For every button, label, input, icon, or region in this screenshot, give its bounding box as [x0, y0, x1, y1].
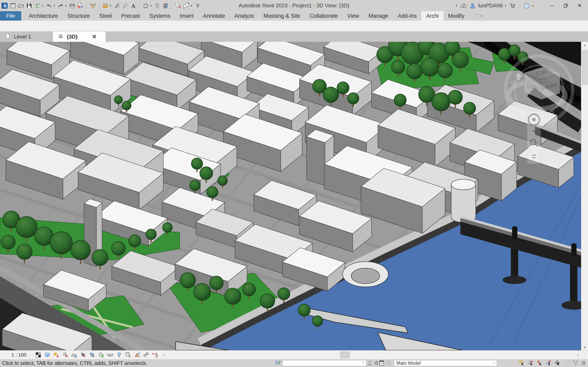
ribbon-tab-view[interactable]: View	[343, 11, 364, 21]
temporary-hide-isolate-icon[interactable]	[106, 351, 114, 359]
active-design-option-dropdown[interactable]: Main Model ˅	[394, 360, 497, 366]
scroll-left-arrow-icon[interactable]: ‹	[160, 350, 167, 359]
horizontal-scrollbar[interactable]: ‹ › ⁚⁚	[160, 350, 588, 359]
drag-elements-on-selection-icon[interactable]	[554, 360, 561, 367]
ribbon-tab-collaborate[interactable]: Collaborate	[305, 11, 343, 21]
ribbon-tab-modify[interactable]: Modify	[443, 11, 469, 21]
export-pdf-icon[interactable]: PDF	[77, 1, 84, 10]
default-3d-view-caret-icon[interactable]: ▾	[150, 4, 153, 7]
undo-caret-icon[interactable]: ▾	[53, 4, 56, 7]
redo-icon[interactable]	[57, 1, 65, 10]
shadows-icon[interactable]	[61, 351, 69, 359]
section-icon[interactable]	[154, 1, 161, 10]
editing-requests-icon[interactable]	[366, 360, 374, 367]
select-elements-by-face-icon[interactable]	[545, 360, 552, 367]
vertical-scroll-thumb[interactable]	[582, 50, 588, 85]
navigation-bar[interactable]	[527, 111, 541, 164]
ribbon-tab-analyze[interactable]: Analyze	[230, 11, 259, 21]
reveal-constraints-icon[interactable]	[151, 351, 159, 359]
thin-lines-icon[interactable]	[162, 1, 169, 10]
open-file-icon[interactable]	[17, 1, 25, 10]
show-crop-region-icon[interactable]	[88, 351, 96, 359]
undo-icon[interactable]	[45, 1, 53, 10]
print-icon[interactable]	[68, 1, 76, 10]
ribbon-tab-systems[interactable]: Systems	[145, 11, 175, 21]
resize-grip[interactable]: ⁚⁚	[584, 353, 587, 358]
worksets-icon[interactable]	[274, 360, 281, 367]
view-tab-3d[interactable]: {3D}✕	[53, 32, 106, 42]
help-icon[interactable]: ?	[523, 1, 531, 10]
sun-path-icon[interactable]	[52, 351, 60, 359]
tag-by-category-icon[interactable]: 1	[121, 1, 129, 10]
3d-viewport-canvas[interactable]: NESWTOPLEFTFRONT	[0, 42, 581, 350]
view-scale-button[interactable]: 1 : 100	[11, 352, 26, 358]
visual-style-icon[interactable]	[43, 351, 51, 359]
drawing-area[interactable]: NESWTOPLEFTFRONT	[0, 42, 581, 350]
aligned-dimension-icon[interactable]	[89, 1, 97, 10]
ribbon-tab-steel[interactable]: Steel	[95, 11, 117, 21]
scroll-up-arrow-icon[interactable]: ▲	[581, 42, 588, 48]
ribbon-toggle-caret-icon[interactable]: ▾	[481, 14, 484, 17]
help-menu-caret-icon[interactable]: ▾	[532, 4, 535, 7]
ribbon-tab-annotate[interactable]: Annotate	[198, 11, 230, 21]
restore-button[interactable]	[559, 0, 572, 11]
ribbon-tab-massing-site[interactable]: Massing & Site	[259, 11, 305, 21]
close-view-tab-icon[interactable]: ✕	[92, 33, 96, 40]
scroll-right-arrow-icon[interactable]: ›	[575, 350, 581, 359]
ribbon-tab-file[interactable]: File	[0, 11, 21, 21]
select-pinned-elements-icon[interactable]	[536, 360, 543, 367]
switch-windows-caret-icon[interactable]: ▾	[191, 4, 194, 7]
project-browser-icon[interactable]	[9, 1, 17, 10]
measure-caret-icon[interactable]: ▾	[110, 4, 113, 7]
cart-icon[interactable]	[509, 1, 517, 10]
switch-windows-icon[interactable]	[182, 1, 190, 10]
user-menu-caret-icon[interactable]: ▾	[505, 4, 508, 7]
select-links-icon[interactable]	[518, 360, 525, 367]
text-note-icon[interactable]: A	[130, 1, 137, 10]
sync-with-central-caret-icon[interactable]: ▾	[42, 4, 45, 7]
selection-filter-icon[interactable]	[572, 360, 579, 367]
close-inactive-windows-icon[interactable]	[174, 1, 182, 10]
horizontal-scroll-thumb[interactable]	[340, 351, 350, 359]
vertical-scrollbar[interactable]: ▲ ▼	[581, 42, 588, 350]
detail-level-icon[interactable]	[35, 351, 42, 359]
default-3d-view-icon[interactable]	[142, 1, 150, 10]
measure-icon[interactable]	[102, 1, 109, 10]
collapse-arrow-icon[interactable]	[454, 1, 458, 10]
lock-3d-view-icon[interactable]	[97, 351, 105, 359]
ribbon-toggle-icon[interactable]	[473, 12, 480, 20]
ribbon-tab-archi[interactable]: Archi	[421, 11, 443, 21]
customize-quick-access-icon[interactable]	[194, 1, 202, 10]
scroll-down-arrow-icon[interactable]: ▼	[581, 344, 588, 350]
selection-toggle-icons	[518, 360, 579, 367]
qat-separator	[86, 2, 87, 9]
redo-caret-icon[interactable]: ▾	[65, 4, 68, 7]
reveal-hidden-elements-icon[interactable]	[115, 351, 123, 359]
ribbon-tab-add-ins[interactable]: Add-Ins	[393, 11, 421, 21]
ribbon-tab-precast[interactable]: Precast	[117, 11, 145, 21]
ribbon-tab-manage[interactable]: Manage	[364, 11, 393, 21]
highlight-displacement-sets-icon[interactable]	[142, 351, 150, 359]
status-progress-icon[interactable]	[563, 360, 570, 367]
active-workset-dropdown[interactable]: ˅	[283, 360, 366, 366]
design-options-icon[interactable]	[378, 360, 385, 367]
ribbon-tab-architecture[interactable]: Architecture	[24, 11, 63, 21]
revit-logo-icon[interactable]: R	[1, 1, 9, 10]
view-control-icons	[35, 351, 159, 359]
ribbon-tab-structure[interactable]: Structure	[63, 11, 95, 21]
signed-in-username[interactable]: luisPDAN6	[478, 3, 503, 8]
sync-with-central-icon[interactable]	[34, 1, 41, 10]
temporary-view-properties-icon[interactable]	[124, 351, 132, 359]
select-underlay-elements-icon[interactable]	[527, 360, 534, 367]
user-avatar[interactable]	[469, 1, 476, 10]
close-button[interactable]: ✕	[573, 0, 586, 11]
rendering-dialog-icon[interactable]	[70, 351, 78, 359]
minimize-button[interactable]: ─	[545, 0, 558, 11]
search-binoculars-icon[interactable]	[460, 1, 467, 10]
analytical-model-icon[interactable]	[133, 351, 141, 359]
measure-between-icon[interactable]	[113, 1, 121, 10]
crop-view-icon[interactable]	[79, 351, 87, 359]
view-tab-level1[interactable]: Level 1	[0, 32, 53, 42]
save-icon[interactable]	[25, 1, 33, 10]
ribbon-tab-insert[interactable]: Insert	[175, 11, 199, 21]
